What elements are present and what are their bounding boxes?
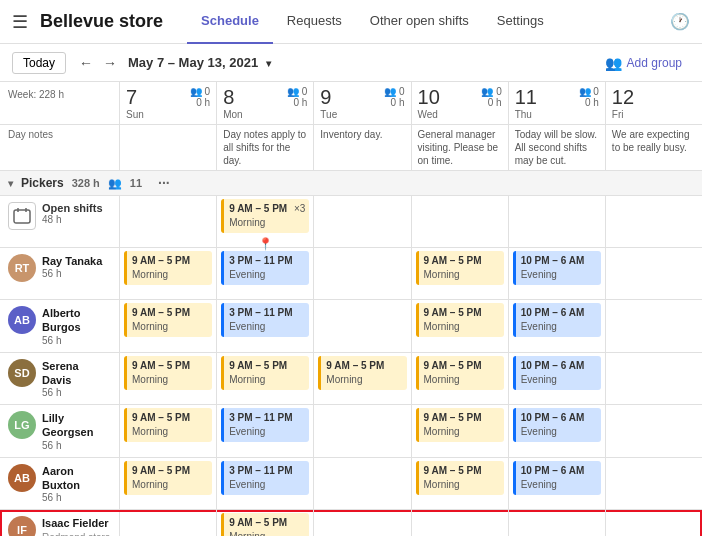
shift-block[interactable]: 9 AM – 5 PMMorning [318,356,406,390]
shift-block[interactable]: 3 PM – 11 PMEvening [221,461,309,495]
shift-block[interactable]: 10 PM – 6 AMEvening [513,356,601,390]
shift-block[interactable]: 9 AM – 5 PMMorning [416,251,504,285]
shift-cell-p2-d2[interactable]: 9 AM – 5 PMMorning [314,353,411,405]
shift-block[interactable]: 3 PM – 11 PMEvening [221,251,309,285]
shift-cell-p0-d0[interactable]: 9 AM – 5 PMMorning [120,248,217,299]
day-number-9: 9 [320,86,337,109]
shift-cell-p2-d4[interactable]: 10 PM – 6 AMEvening [509,353,606,405]
sub-toolbar: Today ← → May 7 – May 13, 2021 ▾ 👥 Add g… [0,44,702,82]
shift-block[interactable]: 9 AM – 5 PMMorning [416,303,504,337]
shift-block[interactable]: 10 PM – 6 AMEvening [513,461,601,495]
shift-cell-p5-d3[interactable] [412,510,509,536]
shift-cell-p1-d3[interactable]: 9 AM – 5 PMMorning [412,300,509,352]
shift-block[interactable]: 9 AM – 5 PMMorning [221,513,309,536]
shift-cell-p1-d0[interactable]: 9 AM – 5 PMMorning [120,300,217,352]
open-shift-cell-2[interactable] [314,196,411,247]
date-range[interactable]: May 7 – May 13, 2021 ▾ [128,55,271,70]
shift-block[interactable]: 9 AM – 5 PMMorning [416,356,504,390]
shift-cell-p1-d4[interactable]: 10 PM – 6 AMEvening [509,300,606,352]
open-shift-cell-4[interactable] [509,196,606,247]
shift-cell-p5-d0[interactable] [120,510,217,536]
add-group-button[interactable]: 👥 Add group [597,51,690,75]
person-name: Alberto Burgos [42,306,111,335]
shift-cell-p2-d3[interactable]: 9 AM – 5 PMMorning [412,353,509,405]
shift-cell-p4-d0[interactable]: 9 AM – 5 PMMorning [120,458,217,510]
shift-cell-p2-d5[interactable] [606,353,702,405]
shift-cell-p1-d1[interactable]: 3 PM – 11 PMEvening [217,300,314,352]
shift-cell-p4-d3[interactable]: 9 AM – 5 PMMorning [412,458,509,510]
shift-label: Evening [521,268,596,282]
shift-cell-p2-d1[interactable]: 9 AM – 5 PMMorning [217,353,314,405]
tab-settings[interactable]: Settings [483,0,558,44]
shift-cell-p3-d0[interactable]: 9 AM – 5 PMMorning [120,405,217,457]
open-shift-block-1[interactable]: ×3 9 AM – 5 PM Morning [221,199,309,233]
shift-label: Morning [132,425,207,439]
shift-cell-p2-d0[interactable]: 9 AM – 5 PMMorning [120,353,217,405]
person-info-4: ABAaron Buxton56 h [0,458,120,510]
day-number-11: 11 [515,86,537,109]
shift-cell-p5-d4[interactable] [509,510,606,536]
shift-cell-p5-d1[interactable]: 9 AM – 5 PMMorning [217,510,314,536]
shift-cell-p4-d2[interactable] [314,458,411,510]
shift-cell-p0-d1[interactable]: 3 PM – 11 PMEvening [217,248,314,299]
expand-icon[interactable]: ▾ [8,178,13,189]
next-week-button[interactable]: → [98,53,122,73]
shift-block[interactable]: 9 AM – 5 PMMorning [124,408,212,442]
shift-block[interactable]: 9 AM – 5 PMMorning [416,408,504,442]
tab-requests[interactable]: Requests [273,0,356,44]
shift-cell-p5-d2[interactable] [314,510,411,536]
top-nav: ☰ Bellevue store Schedule Requests Other… [0,0,702,44]
shift-block[interactable]: 9 AM – 5 PMMorning [221,356,309,390]
open-shift-cell-0[interactable] [120,196,217,247]
shift-time: 10 PM – 6 AM [521,359,596,373]
shift-cell-p3-d3[interactable]: 9 AM – 5 PMMorning [412,405,509,457]
person-rows-container: RTRay Tanaka56 h9 AM – 5 PMMorning3 PM –… [0,248,702,536]
shift-block[interactable]: 3 PM – 11 PMEvening [221,408,309,442]
today-button[interactable]: Today [12,52,66,74]
open-shift-cell-5[interactable] [606,196,702,247]
shift-block[interactable]: 9 AM – 5 PMMorning [124,461,212,495]
shift-cell-p5-d5[interactable] [606,510,702,536]
open-shift-cell-1[interactable]: ×3 9 AM – 5 PM Morning 📍 [217,196,314,247]
avatar: LG [8,411,36,439]
group-header-pickers: ▾ Pickers 328 h 👥 11 ··· [0,171,702,196]
shift-block[interactable]: 9 AM – 5 PMMorning [416,461,504,495]
shift-label: Evening [229,320,304,334]
shift-cell-p0-d5[interactable] [606,248,702,299]
person-sub: Redmond store [42,531,110,536]
shift-cell-p1-d5[interactable] [606,300,702,352]
person-hours: 56 h [42,335,111,346]
shift-time: 9 AM – 5 PM [424,464,499,478]
hamburger-icon[interactable]: ☰ [12,11,28,33]
shift-cell-p0-d2[interactable] [314,248,411,299]
person-name: Aaron Buxton [42,464,111,493]
tab-schedule[interactable]: Schedule [187,0,273,44]
shift-block[interactable]: 10 PM – 6 AMEvening [513,408,601,442]
shift-block[interactable]: 9 AM – 5 PMMorning [124,303,212,337]
shift-block[interactable]: 10 PM – 6 AMEvening [513,303,601,337]
group-more-options[interactable]: ··· [158,175,170,191]
shift-block[interactable]: 3 PM – 11 PMEvening [221,303,309,337]
shift-cell-p0-d4[interactable]: 10 PM – 6 AMEvening [509,248,606,299]
person-name: Serena Davis [42,359,111,388]
open-shift-cell-3[interactable] [412,196,509,247]
shift-cell-p3-d5[interactable] [606,405,702,457]
shift-block[interactable]: 9 AM – 5 PMMorning [124,251,212,285]
shift-cell-p4-d4[interactable]: 10 PM – 6 AMEvening [509,458,606,510]
person-info-1: ABAlberto Burgos56 h [0,300,120,352]
shift-block[interactable]: 10 PM – 6 AMEvening [513,251,601,285]
prev-week-button[interactable]: ← [74,53,98,73]
shift-cell-p4-d5[interactable] [606,458,702,510]
shift-cell-p3-d2[interactable] [314,405,411,457]
shift-cell-p4-d1[interactable]: 3 PM – 11 PMEvening [217,458,314,510]
day-col-10: 10 Wed 👥 0 0 h [412,82,509,124]
shift-cell-p1-d2[interactable] [314,300,411,352]
tab-other-open-shifts[interactable]: Other open shifts [356,0,483,44]
person-name: Lilly Georgsen [42,411,111,440]
shift-cell-p3-d4[interactable]: 10 PM – 6 AMEvening [509,405,606,457]
shift-block[interactable]: 9 AM – 5 PMMorning [124,356,212,390]
shift-cell-p0-d3[interactable]: 9 AM – 5 PMMorning [412,248,509,299]
shift-cell-p3-d1[interactable]: 3 PM – 11 PMEvening [217,405,314,457]
shift-label: Evening [229,478,304,492]
clock-icon[interactable]: 🕐 [670,12,690,31]
